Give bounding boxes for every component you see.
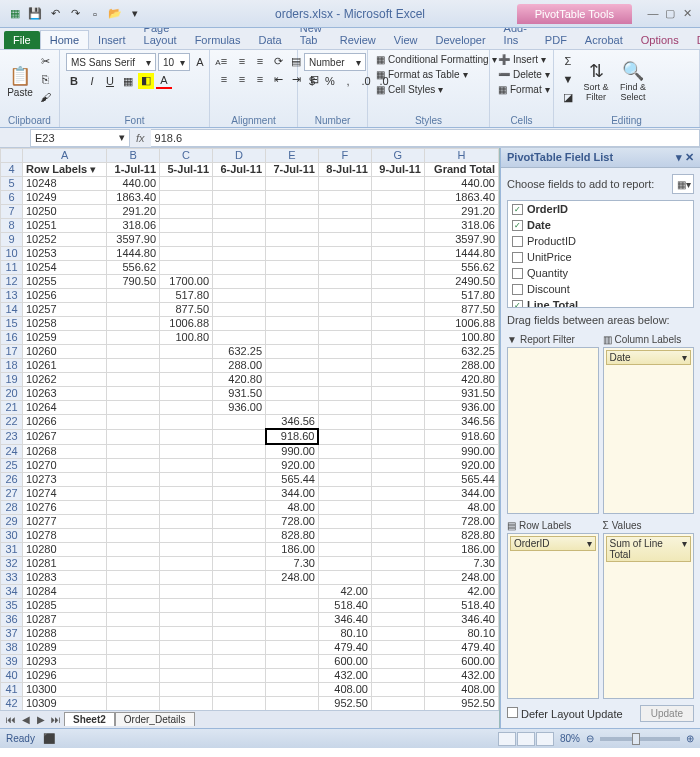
cell[interactable] [107, 345, 160, 359]
cell[interactable]: 518.40 [424, 599, 498, 613]
cell[interactable] [318, 373, 371, 387]
cell[interactable] [371, 387, 424, 401]
cell[interactable] [371, 415, 424, 430]
cell[interactable] [213, 557, 266, 571]
pivot-row-label[interactable]: 10256 [23, 289, 107, 303]
area-values[interactable]: ΣValues Sum of Line Total▾ [603, 518, 695, 700]
pivot-row-label[interactable]: 10251 [23, 219, 107, 233]
cell[interactable]: 42.00 [424, 585, 498, 599]
area-item[interactable]: Sum of Line Total▾ [606, 536, 692, 562]
tab-data[interactable]: Data [249, 31, 290, 49]
cell[interactable] [266, 219, 319, 233]
cell[interactable]: 100.80 [160, 331, 213, 345]
cell[interactable] [318, 501, 371, 515]
area-report-filter[interactable]: ▼Report Filter [507, 332, 599, 514]
font-name-select[interactable]: MS Sans Serif▾ [66, 53, 156, 71]
tab-prev-icon[interactable]: ◀ [19, 714, 33, 725]
pivot-row-label[interactable]: 10277 [23, 515, 107, 529]
cell[interactable] [318, 444, 371, 459]
cell[interactable] [266, 641, 319, 655]
cell[interactable]: 346.56 [266, 415, 319, 430]
row-header[interactable]: 32 [1, 557, 23, 571]
defer-update-checkbox[interactable]: Defer Layout Update [507, 707, 623, 720]
conditional-formatting-button[interactable]: ▦Conditional Formatting▾ [374, 53, 499, 66]
cell[interactable]: 346.40 [424, 613, 498, 627]
cell[interactable] [371, 345, 424, 359]
cell[interactable] [371, 655, 424, 669]
cell[interactable] [107, 697, 160, 711]
area-item[interactable]: Date▾ [606, 350, 692, 365]
field-date[interactable]: Date [508, 217, 693, 233]
pivot-row-label[interactable]: 10274 [23, 487, 107, 501]
cell[interactable]: 7.30 [424, 557, 498, 571]
cell[interactable]: 952.50 [424, 697, 498, 711]
cell[interactable] [371, 585, 424, 599]
row-header[interactable]: 11 [1, 261, 23, 275]
cell[interactable] [160, 401, 213, 415]
cell[interactable] [213, 303, 266, 317]
cell[interactable]: 600.00 [424, 655, 498, 669]
col-header[interactable]: E [266, 149, 319, 163]
bold-icon[interactable]: B [66, 73, 82, 89]
pivot-row-label[interactable]: 10283 [23, 571, 107, 585]
cell[interactable] [213, 317, 266, 331]
cell[interactable] [318, 303, 371, 317]
cell[interactable]: 291.20 [424, 205, 498, 219]
row-header[interactable]: 17 [1, 345, 23, 359]
save-icon[interactable]: 💾 [26, 5, 44, 23]
cell[interactable]: 80.10 [318, 627, 371, 641]
cell[interactable] [371, 373, 424, 387]
zoom-slider[interactable] [600, 737, 680, 741]
pivot-row-label[interactable]: 10259 [23, 331, 107, 345]
cell[interactable] [213, 444, 266, 459]
pivot-row-labels-header[interactable]: Row Labels ▾ [23, 163, 107, 177]
pivot-row-label[interactable]: 10253 [23, 247, 107, 261]
cell[interactable] [160, 373, 213, 387]
cell[interactable]: 990.00 [266, 444, 319, 459]
row-header[interactable]: 27 [1, 487, 23, 501]
cell[interactable] [318, 191, 371, 205]
cell[interactable] [107, 613, 160, 627]
cell[interactable] [266, 359, 319, 373]
pivot-row-label[interactable]: 10264 [23, 401, 107, 415]
pivot-row-label[interactable]: 10258 [23, 317, 107, 331]
fill-color-icon[interactable]: ◧ [138, 73, 154, 89]
cell[interactable] [160, 473, 213, 487]
tab-file[interactable]: File [4, 31, 40, 49]
cell[interactable] [266, 401, 319, 415]
field-productid[interactable]: ProductID [508, 233, 693, 249]
clear-icon[interactable]: ◪ [560, 89, 576, 105]
pivot-row-label[interactable]: 10266 [23, 415, 107, 430]
underline-icon[interactable]: U [102, 73, 118, 89]
row-header[interactable]: 20 [1, 387, 23, 401]
pivot-row-label[interactable]: 10296 [23, 669, 107, 683]
cell[interactable]: 936.00 [213, 401, 266, 415]
col-header[interactable]: H [424, 149, 498, 163]
cell[interactable]: 42.00 [318, 585, 371, 599]
area-column-labels[interactable]: ▥Column Labels Date▾ [603, 332, 695, 514]
field-discount[interactable]: Discount [508, 281, 693, 297]
row-header[interactable]: 35 [1, 599, 23, 613]
copy-icon[interactable]: ⎘ [37, 71, 53, 87]
row-header[interactable]: 24 [1, 444, 23, 459]
cell[interactable] [160, 219, 213, 233]
cell[interactable] [107, 669, 160, 683]
cell[interactable] [160, 247, 213, 261]
pivot-row-label[interactable]: 10267 [23, 429, 107, 444]
pivot-row-label[interactable]: 10255 [23, 275, 107, 289]
autosum-icon[interactable]: Σ [560, 53, 576, 69]
name-box[interactable]: E23▾ [30, 129, 130, 147]
row-header[interactable]: 7 [1, 205, 23, 219]
cell[interactable]: 318.06 [424, 219, 498, 233]
cell[interactable] [213, 261, 266, 275]
cell[interactable]: 248.00 [424, 571, 498, 585]
cell[interactable] [318, 247, 371, 261]
cell[interactable] [371, 515, 424, 529]
cell[interactable] [160, 697, 213, 711]
comma-icon[interactable]: , [340, 73, 356, 89]
macro-record-icon[interactable]: ⬛ [43, 733, 55, 744]
row-header[interactable]: 14 [1, 303, 23, 317]
cell[interactable]: 728.00 [424, 515, 498, 529]
cell[interactable] [318, 387, 371, 401]
fill-icon[interactable]: ▼ [560, 71, 576, 87]
